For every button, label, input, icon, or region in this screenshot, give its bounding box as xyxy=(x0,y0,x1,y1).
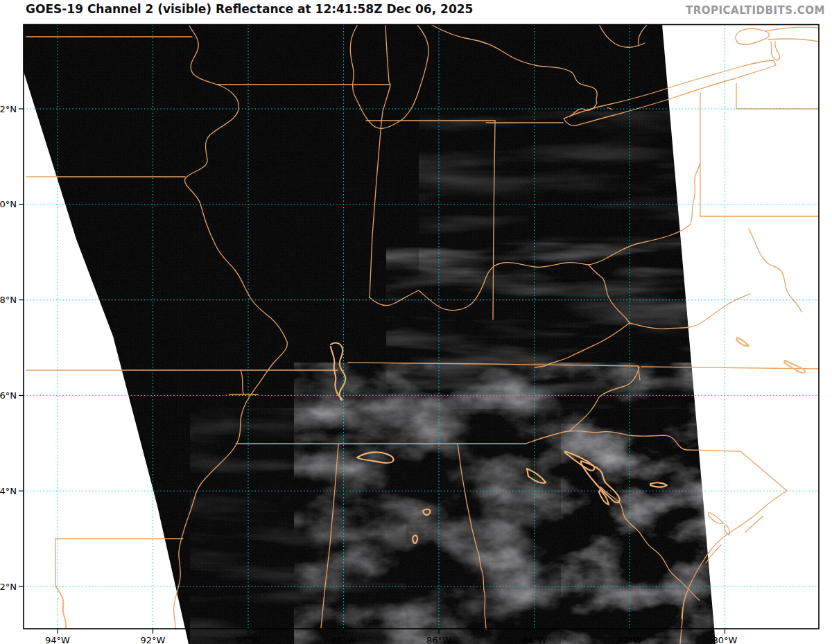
lat-tick-label: 40°N xyxy=(0,199,17,209)
lat-tick-label: 42°N xyxy=(0,104,17,114)
lon-tick-label: 86°W xyxy=(426,635,451,644)
lon-tick-label: 82°W xyxy=(617,635,642,644)
lat-tick-label: 34°N xyxy=(0,486,17,496)
lat-tick-label: 32°N xyxy=(0,582,17,592)
satellite-map: 42°N40°N38°N36°N34°N32°N 94°W92°W90°W88°… xyxy=(0,0,832,644)
latitude-labels: 42°N40°N38°N36°N34°N32°N xyxy=(0,104,17,592)
lon-tick-label: 92°W xyxy=(141,635,166,644)
cloud-texture-layer xyxy=(24,24,721,644)
lon-tick-label: 90°W xyxy=(236,635,261,644)
satellite-image-page: GOES-19 Channel 2 (visible) Reflectance … xyxy=(0,0,832,644)
lat-tick-label: 38°N xyxy=(0,295,17,305)
lon-tick-label: 84°W xyxy=(522,635,547,644)
lon-tick-label: 94°W xyxy=(45,635,70,644)
lon-tick-label: 80°W xyxy=(713,635,738,644)
lon-tick-label: 88°W xyxy=(331,635,356,644)
lat-tick-label: 36°N xyxy=(0,390,17,401)
